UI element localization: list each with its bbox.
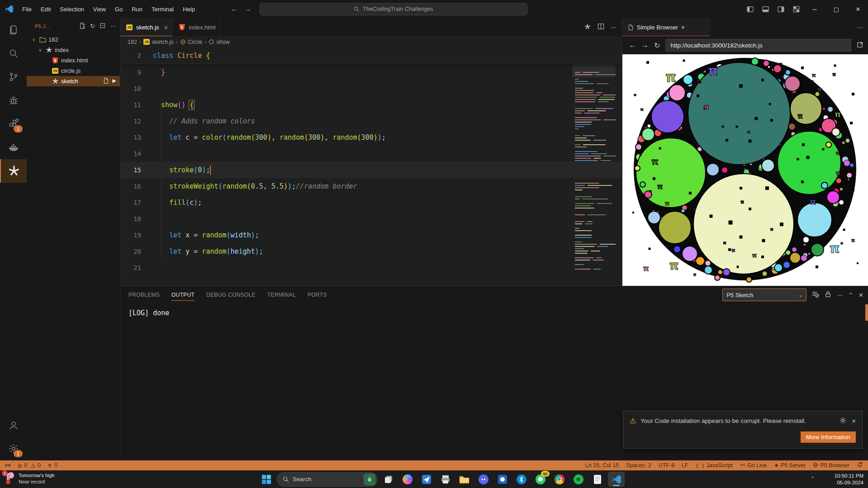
clear-output-icon[interactable] (812, 291, 819, 299)
start-button[interactable] (258, 472, 275, 487)
code-line-17[interactable]: 17 fill(c); (120, 194, 622, 211)
status-p5-server[interactable]: ★P5 Server (774, 462, 806, 469)
activity-account[interactable] (0, 413, 27, 437)
code-line-9[interactable]: 9 } (120, 64, 622, 81)
folder-icon[interactable] (456, 472, 473, 487)
close-button[interactable]: ✕ (848, 0, 868, 18)
toggle-sidebar-icon[interactable] (743, 3, 757, 15)
printer-icon[interactable] (437, 472, 454, 487)
task-view-icon[interactable] (380, 472, 397, 487)
browser-more-actions-icon[interactable]: ⋯ (857, 24, 863, 31)
copilot-icon[interactable] (399, 472, 416, 487)
activity-debug[interactable] (0, 89, 27, 112)
ports-status[interactable]: 0 (47, 462, 57, 469)
browser-back-icon[interactable]: ← (629, 41, 636, 49)
status-bell[interactable] (857, 462, 863, 469)
nav-back-icon[interactable]: ← (231, 5, 238, 13)
close-tab-icon[interactable]: × (164, 24, 168, 31)
status-go-live[interactable]: Go Live (740, 462, 767, 469)
status-p5-browser[interactable]: P5 Browser (813, 462, 849, 469)
panel-maximize-icon[interactable]: ⌃ (848, 292, 853, 298)
code-line-12[interactable]: 12 // Adds random colors (120, 113, 622, 129)
nav-forward-icon[interactable]: → (244, 5, 251, 13)
panel-tab-debug-console[interactable]: DEBUG CONSOLE (206, 286, 256, 303)
chrome-icon[interactable] (551, 472, 568, 487)
refresh-icon[interactable]: ↻ (90, 23, 95, 30)
panel-close-icon[interactable]: ✕ (859, 292, 863, 298)
status-utf-8[interactable]: UTF-8 (659, 462, 674, 469)
tab-sketch-js[interactable]: JSsketch.js× (120, 18, 173, 36)
blueapp-icon[interactable] (494, 472, 511, 487)
mail-icon[interactable] (418, 472, 435, 487)
status-javascript[interactable]: { }JavaScript (696, 462, 733, 469)
menu-terminal[interactable]: Terminal (147, 4, 178, 14)
tab-simple-browser[interactable]: Simple Browser × (622, 18, 710, 36)
notepad-icon[interactable] (589, 472, 606, 487)
taskbar-overflow-icon[interactable]: ⌃ (811, 476, 815, 482)
activity-search[interactable] (0, 42, 27, 65)
url-input[interactable]: http://localhost:3000/182\sketch.js (665, 39, 851, 52)
breadcrumb-sketch-js[interactable]: JSsketch.js (143, 39, 174, 45)
minimize-button[interactable]: ─ (805, 0, 825, 18)
new-file-icon[interactable] (79, 23, 85, 30)
breadcrumb[interactable]: 182›JSsketch.js›Circle›show (120, 36, 622, 47)
menu-help[interactable]: Help (179, 4, 199, 14)
activity-docker[interactable] (0, 136, 27, 159)
panel-tab-ports[interactable]: PORTS (308, 286, 327, 303)
code-line-13[interactable]: 13 let c = color(random(300), random(300… (120, 129, 622, 146)
code-line-11[interactable]: 11 show() { (120, 97, 622, 113)
close-tab-icon[interactable]: × (681, 24, 685, 31)
activity-settings[interactable]: 1 (0, 437, 27, 460)
browser-forward-icon[interactable]: → (641, 41, 649, 49)
menu-file[interactable]: File (18, 4, 36, 14)
code-line-18[interactable]: 18 (120, 211, 622, 227)
customize-layout-icon[interactable] (789, 3, 803, 15)
activity-p5[interactable] (0, 159, 27, 183)
toggle-secondary-sidebar-icon[interactable] (774, 3, 787, 15)
tree-item-index[interactable]: ∨index (27, 45, 120, 55)
vscode-icon[interactable] (608, 472, 625, 487)
menu-go[interactable]: Go (111, 4, 127, 14)
lock-icon[interactable] (825, 291, 831, 299)
status-lf[interactable]: LF (682, 462, 688, 469)
code-line-15[interactable]: 15 stroke(0); (120, 162, 622, 178)
code-line-14[interactable]: 14 (120, 146, 622, 162)
panel-tab-output[interactable]: OUTPUT (171, 286, 194, 303)
code-line-2[interactable]: 2class Circle { (120, 47, 622, 64)
tree-item-index-html[interactable]: 5index.html (27, 55, 120, 66)
menu-run[interactable]: Run (128, 4, 147, 14)
tree-item-182[interactable]: ∨182 (27, 34, 120, 45)
menu-edit[interactable]: Edit (37, 4, 55, 14)
problems-status[interactable]: ⊘0 ⚠0 (18, 462, 41, 469)
panel-tab-terminal[interactable]: TERMINAL (267, 286, 296, 303)
activity-explorer[interactable] (0, 18, 27, 42)
open-preview-icon[interactable] (103, 78, 109, 85)
run-sketch-icon[interactable]: ▶ (113, 78, 116, 85)
taskbar-search[interactable]: Search (277, 472, 378, 487)
breadcrumb-Circle[interactable]: Circle (180, 39, 202, 45)
activity-extensions[interactable]: 1 (0, 112, 27, 136)
editor-more-icon[interactable]: ⋯ (611, 24, 617, 31)
notification-settings-icon[interactable] (840, 417, 846, 425)
code-editor[interactable]: 2class Circle {9 }1011 show() {12 // Add… (120, 47, 622, 286)
panel-more-icon[interactable]: ⋯ (837, 292, 843, 298)
activity-source-control[interactable] (0, 65, 27, 89)
collapse-all-icon[interactable] (100, 23, 106, 30)
notification-close-icon[interactable]: × (852, 417, 856, 425)
tree-item-circle-js[interactable]: JScircle.js (27, 66, 120, 76)
code-line-19[interactable]: 19 let x = random(width); (120, 227, 622, 243)
toggle-panel-icon[interactable] (759, 3, 772, 15)
whatsapp-icon[interactable]: 50 (532, 472, 549, 487)
discord-icon[interactable] (475, 472, 492, 487)
tab-index-html[interactable]: 5index.html (173, 18, 220, 36)
browser-viewport[interactable]: ππππππππππππππππππππππππππ (622, 54, 868, 286)
status-ln-15-col-15[interactable]: Ln 15, Col 15 (585, 462, 619, 469)
code-line-21[interactable]: 21 (120, 260, 622, 276)
p5-run-icon[interactable] (584, 23, 591, 32)
output-channel-select[interactable]: P5 Sketch ⌄ (722, 289, 806, 301)
menu-selection[interactable]: Selection (56, 4, 88, 14)
browser-reload-icon[interactable]: ↻ (654, 41, 660, 50)
tree-item-sketch[interactable]: sketch▶ (27, 76, 120, 86)
more-actions-icon[interactable]: ⋯ (110, 23, 116, 30)
spotify-icon[interactable] (570, 472, 587, 487)
